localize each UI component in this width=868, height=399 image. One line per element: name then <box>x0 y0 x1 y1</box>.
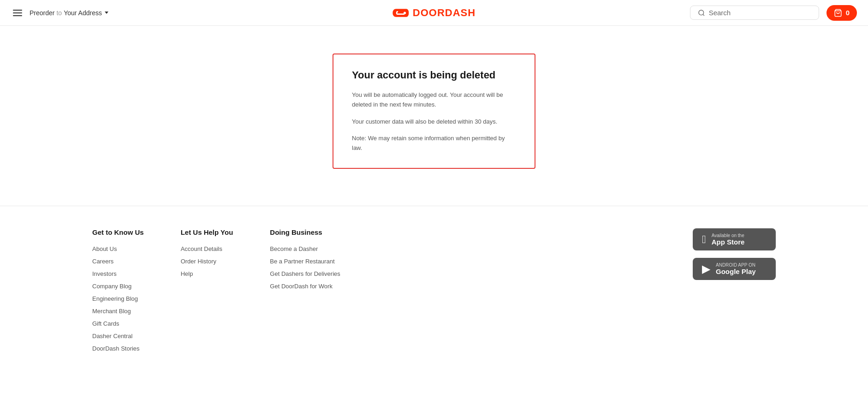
preorder-address[interactable]: Preorder to Your Address <box>30 9 108 17</box>
google-play-sub: ANDROID APP ON <box>716 262 756 268</box>
header-right: Search 0 <box>690 5 857 21</box>
google-play-icon: ▶ <box>702 262 710 275</box>
footer-link-company-blog[interactable]: Company Blog <box>92 283 144 290</box>
app-store-badge[interactable]:  Available on the App Store <box>693 228 776 250</box>
footer-link-careers[interactable]: Careers <box>92 258 144 265</box>
header: Preorder to Your Address DOORDASH Search… <box>0 0 868 26</box>
header-left: Preorder to Your Address <box>11 8 108 18</box>
app-store-main: App Store <box>712 238 745 246</box>
footer-apps:  Available on the App Store ▶ ANDROID A… <box>693 228 776 357</box>
deletion-paragraph1: You will be automatically logged out. Yo… <box>352 90 516 110</box>
doordash-logo[interactable]: DOORDASH <box>392 6 476 19</box>
footer-link-doordash-work[interactable]: Get DoorDash for Work <box>270 283 340 290</box>
logo-text: DOORDASH <box>413 7 476 19</box>
preorder-label: Preorder <box>30 9 54 17</box>
footer-link-engineering-blog[interactable]: Engineering Blog <box>92 295 144 302</box>
footer-col-know-us: Get to Know Us About Us Careers Investor… <box>92 228 144 357</box>
footer-link-order-history[interactable]: Order History <box>181 258 233 265</box>
footer-col-help: Let Us Help You Account Details Order Hi… <box>181 228 233 357</box>
footer-link-about-us[interactable]: About Us <box>92 245 144 252</box>
footer-link-help[interactable]: Help <box>181 270 233 277</box>
footer-col-know-us-title: Get to Know Us <box>92 228 144 236</box>
footer-link-doordash-stories[interactable]: DoorDash Stories <box>92 345 144 352</box>
search-placeholder: Search <box>709 9 731 17</box>
cart-icon <box>834 9 842 17</box>
app-store-text: Available on the App Store <box>712 233 745 246</box>
svg-line-2 <box>703 14 704 16</box>
footer-col-business: Doing Business Become a Dasher Be a Part… <box>270 228 340 357</box>
address-label: Your Address <box>64 9 102 17</box>
footer-col-help-title: Let Us Help You <box>181 228 233 236</box>
footer-link-account-details[interactable]: Account Details <box>181 245 233 252</box>
deletion-note: Note: We may retain some information whe… <box>352 134 516 153</box>
hamburger-menu[interactable] <box>11 8 24 18</box>
footer-link-merchant-blog[interactable]: Merchant Blog <box>92 308 144 315</box>
footer-link-become-dasher[interactable]: Become a Dasher <box>270 245 340 252</box>
search-icon <box>698 9 705 17</box>
svg-point-0 <box>404 12 406 14</box>
footer-link-get-dashers[interactable]: Get Dashers for Deliveries <box>270 270 340 277</box>
footer-col-business-title: Doing Business <box>270 228 340 236</box>
main-content: Your account is being deleted You will b… <box>0 26 868 206</box>
footer: Get to Know Us About Us Careers Investor… <box>0 206 868 380</box>
chevron-down-icon <box>105 12 108 14</box>
doordash-logo-icon <box>392 6 409 19</box>
app-store-sub: Available on the <box>712 233 745 238</box>
deletion-card: Your account is being deleted You will b… <box>333 54 535 169</box>
google-play-main: Google Play <box>716 268 756 275</box>
cart-count: 0 <box>846 9 850 17</box>
footer-link-partner-restaurant[interactable]: Be a Partner Restaurant <box>270 258 340 265</box>
apple-icon:  <box>702 233 706 246</box>
cart-button[interactable]: 0 <box>826 5 857 21</box>
footer-link-dasher-central[interactable]: Dasher Central <box>92 333 144 339</box>
svg-point-1 <box>699 10 704 15</box>
google-play-text: ANDROID APP ON Google Play <box>716 262 756 275</box>
footer-link-investors[interactable]: Investors <box>92 270 144 277</box>
to-word: to <box>56 9 62 17</box>
footer-link-gift-cards[interactable]: Gift Cards <box>92 320 144 327</box>
deletion-paragraph2: Your customer data will also be deleted … <box>352 117 516 127</box>
deletion-title: Your account is being deleted <box>352 69 516 81</box>
google-play-badge[interactable]: ▶ ANDROID APP ON Google Play <box>693 258 776 280</box>
footer-grid: Get to Know Us About Us Careers Investor… <box>92 228 776 357</box>
search-bar[interactable]: Search <box>690 6 819 20</box>
